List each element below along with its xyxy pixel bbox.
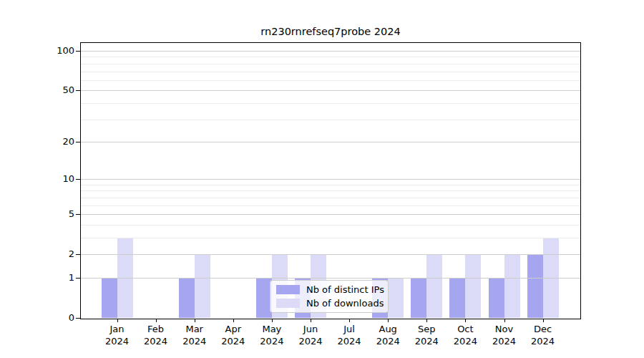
x-tick-label-oct: Oct2024 (440, 323, 490, 347)
y-tick-label-5: 5 (21, 209, 74, 219)
y-tick-label-100: 100 (21, 46, 74, 56)
x-tick-label-jul: Jul2024 (324, 323, 374, 347)
legend-item-downloads: Nb of downloads (276, 298, 381, 309)
x-tick-label-mar: Mar2024 (170, 323, 220, 347)
x-tick-label-jan: Jan2024 (92, 323, 142, 347)
x-tick-label-nov: Nov2024 (479, 323, 530, 347)
y-tick-label-0: 0 (21, 313, 74, 323)
x-tick-label-aug: Aug2024 (363, 323, 413, 347)
legend-swatch-distinct-ips (276, 285, 300, 294)
legend: Nb of distinct IPs Nb of downloads (270, 280, 389, 313)
y-tick-label-2: 2 (21, 249, 74, 259)
y-tick-label-10: 10 (21, 174, 74, 184)
x-tick-label-jun: Jun2024 (286, 323, 336, 347)
legend-swatch-downloads (276, 299, 300, 308)
x-tick-label-dec: Dec2024 (518, 323, 568, 347)
legend-item-distinct-ips: Nb of distinct IPs (276, 284, 381, 295)
legend-label-downloads: Nb of downloads (306, 298, 384, 309)
y-tick-label-1: 1 (21, 273, 74, 283)
download-stats-chart: rn230rnrefseq7probe 2024 0125102050100Ja… (0, 0, 644, 358)
plot-frame (80, 42, 581, 319)
x-tick-label-may: May2024 (247, 323, 297, 347)
legend-label-distinct-ips: Nb of distinct IPs (306, 284, 384, 295)
y-tick-label-20: 20 (21, 137, 74, 147)
x-tick-label-feb: Feb2024 (131, 323, 181, 347)
x-tick-label-apr: Apr2024 (208, 323, 258, 347)
y-tick-label-50: 50 (21, 85, 74, 95)
chart-title: rn230rnrefseq7probe 2024 (81, 26, 580, 37)
x-tick-label-sep: Sep2024 (401, 323, 452, 347)
